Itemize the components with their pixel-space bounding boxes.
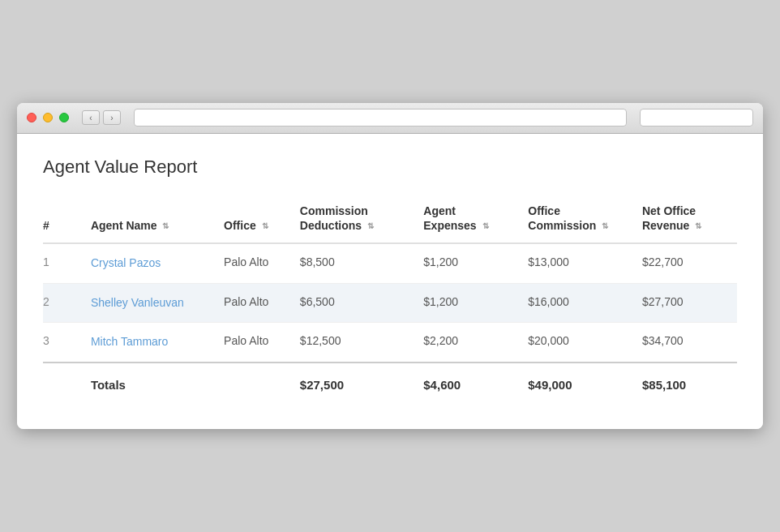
totals-office-cell	[214, 363, 290, 403]
agent-value-table: # Agent Name ⇅ Office ⇅ Commission Deduc…	[43, 197, 737, 403]
report-title: Agent Value Report	[43, 157, 737, 178]
agent-link[interactable]: Crystal Pazos	[91, 256, 161, 269]
cell-commission-deductions: $12,500	[290, 323, 414, 363]
totals-label-cell: Totals	[81, 363, 214, 403]
cell-num: 3	[43, 323, 81, 363]
cell-office: Palo Alto	[214, 323, 290, 363]
forward-button[interactable]: ›	[103, 110, 121, 125]
cell-commission-deductions: $8,500	[290, 243, 414, 283]
cell-num: 2	[43, 283, 81, 323]
cell-num: 1	[43, 243, 81, 283]
back-button[interactable]: ‹	[82, 110, 100, 125]
totals-offcomm-cell: $49,000	[518, 363, 632, 403]
cell-office-commission: $20,000	[518, 323, 632, 363]
maximize-button[interactable]	[59, 113, 69, 122]
col-header-commission-deductions[interactable]: Commission Deductions ⇅	[290, 197, 414, 243]
agent-link[interactable]: Mitch Tammaro	[91, 335, 168, 348]
cell-office-commission: $16,000	[518, 283, 632, 323]
cell-agent-expenses: $2,200	[414, 323, 518, 363]
sort-icon-offcomm: ⇅	[602, 222, 608, 230]
minimize-button[interactable]	[43, 113, 53, 122]
col-header-num: #	[43, 197, 81, 243]
agent-link[interactable]: Shelley Vanleuvan	[91, 296, 184, 309]
totals-row: Totals $27,500 $4,600 $49,000 $85,100	[43, 363, 737, 403]
table-body: 1 Crystal Pazos Palo Alto $8,500 $1,200 …	[43, 243, 737, 363]
search-bar[interactable]	[640, 109, 753, 127]
cell-agent[interactable]: Mitch Tammaro	[81, 323, 214, 363]
cell-office-commission: $13,000	[518, 243, 632, 283]
col-header-office-commission[interactable]: Office Commission ⇅	[518, 197, 632, 243]
totals-commission-cell: $27,500	[290, 363, 414, 403]
totals-expenses-cell: $4,600	[414, 363, 518, 403]
table-row: 1 Crystal Pazos Palo Alto $8,500 $1,200 …	[43, 243, 737, 283]
sort-icon-office: ⇅	[262, 222, 268, 230]
sort-icon-expenses: ⇅	[482, 222, 489, 230]
col-header-agent-expenses[interactable]: Agent Expenses ⇅	[414, 197, 518, 243]
browser-window: ‹ › Agent Value Report # Agent Name ⇅ Of…	[17, 103, 763, 429]
cell-agent[interactable]: Shelley Vanleuvan	[81, 283, 214, 323]
table-row: 3 Mitch Tammaro Palo Alto $12,500 $2,200…	[43, 323, 737, 363]
cell-net-office-revenue: $34,700	[632, 323, 737, 363]
table-row: 2 Shelley Vanleuvan Palo Alto $6,500 $1,…	[43, 283, 737, 323]
cell-agent-expenses: $1,200	[414, 243, 518, 283]
titlebar: ‹ ›	[17, 103, 763, 134]
sort-icon-netoffice: ⇅	[695, 222, 701, 230]
cell-commission-deductions: $6,500	[290, 283, 414, 323]
cell-net-office-revenue: $27,700	[632, 283, 737, 323]
cell-office: Palo Alto	[214, 243, 290, 283]
url-bar[interactable]	[134, 109, 627, 127]
col-header-office[interactable]: Office ⇅	[214, 197, 290, 243]
totals-num-cell	[43, 363, 81, 403]
cell-agent[interactable]: Crystal Pazos	[81, 243, 214, 283]
cell-net-office-revenue: $22,700	[632, 243, 737, 283]
page-content: Agent Value Report # Agent Name ⇅ Office…	[17, 134, 763, 429]
col-header-net-office-revenue[interactable]: Net Office Revenue ⇅	[632, 197, 737, 243]
col-header-agent[interactable]: Agent Name ⇅	[81, 197, 214, 243]
sort-icon-agent: ⇅	[162, 222, 169, 230]
totals-netoffice-cell: $85,100	[632, 363, 737, 403]
sort-icon-commission: ⇅	[367, 222, 374, 230]
cell-office: Palo Alto	[214, 283, 290, 323]
table-header-row: # Agent Name ⇅ Office ⇅ Commission Deduc…	[43, 197, 737, 243]
close-button[interactable]	[27, 113, 36, 122]
cell-agent-expenses: $1,200	[414, 283, 518, 323]
